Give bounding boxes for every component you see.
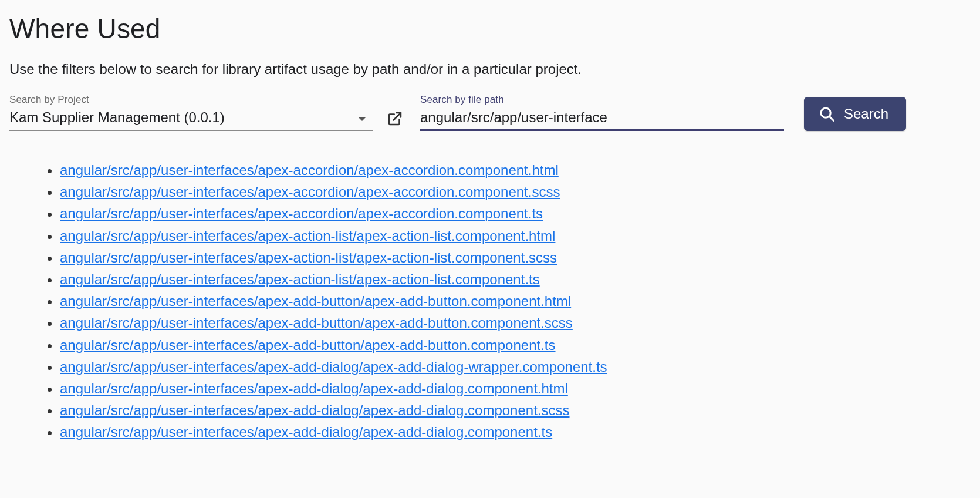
project-select[interactable]: Kam Supplier Management (0.0.1): [9, 107, 373, 131]
result-link[interactable]: angular/src/app/user-interfaces/apex-add…: [60, 402, 570, 418]
result-item: angular/src/app/user-interfaces/apex-add…: [60, 290, 971, 312]
result-link[interactable]: angular/src/app/user-interfaces/apex-acc…: [60, 184, 560, 200]
page-title: Where Used: [9, 13, 971, 45]
result-link[interactable]: angular/src/app/user-interfaces/apex-add…: [60, 424, 552, 440]
result-item: angular/src/app/user-interfaces/apex-add…: [60, 334, 971, 356]
result-link[interactable]: angular/src/app/user-interfaces/apex-act…: [60, 250, 557, 265]
project-select-field: Search by Project Kam Supplier Managemen…: [9, 94, 373, 131]
result-link[interactable]: angular/src/app/user-interfaces/apex-act…: [60, 271, 540, 287]
result-link[interactable]: angular/src/app/user-interfaces/apex-add…: [60, 315, 573, 331]
open-in-new-icon: [386, 110, 404, 127]
result-item: angular/src/app/user-interfaces/apex-acc…: [60, 159, 971, 181]
result-item: angular/src/app/user-interfaces/apex-add…: [60, 356, 971, 378]
search-button[interactable]: Search: [804, 97, 906, 131]
result-item: angular/src/app/user-interfaces/apex-act…: [60, 268, 971, 290]
where-used-page: Where Used Use the filters below to sear…: [0, 0, 980, 457]
project-select-label: Search by Project: [9, 94, 373, 106]
svg-line-1: [829, 116, 833, 120]
result-item: angular/src/app/user-interfaces/apex-act…: [60, 225, 971, 247]
search-icon: [818, 105, 836, 123]
result-item: angular/src/app/user-interfaces/apex-acc…: [60, 203, 971, 224]
path-input-field: Search by file path: [420, 94, 784, 131]
results-section: angular/src/app/user-interfaces/apex-acc…: [39, 159, 971, 443]
result-link[interactable]: angular/src/app/user-interfaces/apex-acc…: [60, 162, 559, 178]
project-select-value: Kam Supplier Management (0.0.1): [9, 109, 225, 126]
result-item: angular/src/app/user-interfaces/apex-add…: [60, 399, 971, 421]
result-item: angular/src/app/user-interfaces/apex-add…: [60, 378, 971, 399]
page-description: Use the filters below to search for libr…: [9, 61, 971, 78]
result-link[interactable]: angular/src/app/user-interfaces/apex-add…: [60, 293, 571, 309]
chevron-down-icon: [358, 117, 366, 121]
result-link[interactable]: angular/src/app/user-interfaces/apex-add…: [60, 381, 568, 396]
result-link[interactable]: angular/src/app/user-interfaces/apex-act…: [60, 228, 555, 244]
result-item: angular/src/app/user-interfaces/apex-act…: [60, 247, 971, 268]
filters-row: Search by Project Kam Supplier Managemen…: [9, 94, 971, 131]
result-link[interactable]: angular/src/app/user-interfaces/apex-acc…: [60, 206, 543, 221]
result-item: angular/src/app/user-interfaces/apex-add…: [60, 312, 971, 334]
result-item: angular/src/app/user-interfaces/apex-add…: [60, 421, 971, 443]
result-link[interactable]: angular/src/app/user-interfaces/apex-add…: [60, 359, 607, 375]
search-button-label: Search: [844, 106, 888, 122]
result-item: angular/src/app/user-interfaces/apex-acc…: [60, 181, 971, 203]
open-project-external-button[interactable]: [386, 110, 404, 131]
results-list: angular/src/app/user-interfaces/apex-acc…: [39, 159, 971, 443]
path-input-label: Search by file path: [420, 94, 784, 106]
path-input[interactable]: [420, 107, 784, 131]
result-link[interactable]: angular/src/app/user-interfaces/apex-add…: [60, 337, 556, 353]
